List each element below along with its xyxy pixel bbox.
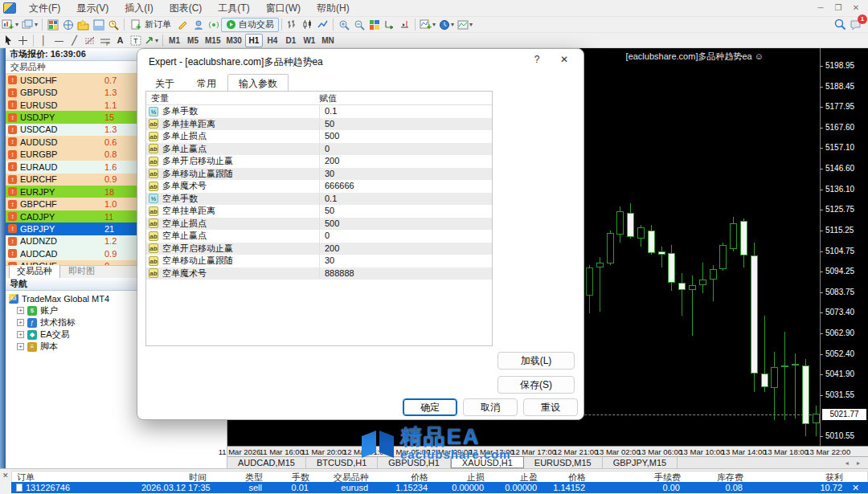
dialog-close-button[interactable]: ✕ (556, 54, 572, 65)
text-label-icon[interactable]: T (128, 33, 143, 47)
terminal-header-cell[interactable]: 止盈 (489, 472, 542, 482)
load-button[interactable]: 加载(L) (497, 352, 575, 369)
experts-icon[interactable] (190, 18, 206, 32)
notifications-icon[interactable]: 1 (848, 18, 863, 32)
terminal-header-cell[interactable]: 止损 (433, 472, 489, 482)
market-watch-icon[interactable] (45, 18, 60, 32)
expand-icon[interactable]: + (17, 307, 24, 314)
param-value[interactable]: 200 (319, 155, 492, 168)
menu-item[interactable]: 图表(C) (162, 0, 211, 17)
param-value[interactable]: 666666 (319, 180, 492, 193)
reset-button[interactable]: 重设 (523, 398, 578, 416)
terminal-header-cell[interactable]: 获利 (748, 472, 848, 482)
param-row[interactable]: ab空单挂单距离50 (146, 205, 492, 218)
chart-tab-XAUUSD-H1[interactable]: XAUUSD,H1 (451, 456, 524, 468)
bar-chart-icon[interactable] (285, 18, 300, 32)
menu-item[interactable]: 插入(I) (117, 0, 161, 17)
timeframe-button-m1[interactable]: M1 (166, 34, 183, 47)
param-value[interactable]: 500 (319, 130, 492, 143)
new-order-button[interactable]: +新订单 (127, 18, 175, 32)
timeframe-button-w1[interactable]: W1 (301, 34, 318, 47)
timeframe-button-m15[interactable]: M15 (203, 34, 223, 47)
param-value[interactable]: 50 (319, 118, 492, 131)
save-button[interactable]: 保存(S) (497, 376, 575, 394)
time-axis[interactable]: 11 Mar 202611 Mar 16:0011 Mar 20:0012 Ma… (227, 446, 868, 456)
param-row[interactable]: ab多单魔术号666666 (146, 180, 492, 193)
param-value[interactable]: 30 (319, 255, 492, 267)
terminal-header-cell[interactable]: 类型 (211, 472, 268, 482)
param-row[interactable]: ½空单手数0.1 (146, 193, 492, 206)
timeframe-button-m30[interactable]: M30 (223, 34, 244, 47)
price-axis[interactable]: 5021.77 5198.955188.455177.955167.605157… (820, 48, 868, 446)
param-value[interactable]: 888888 (319, 267, 492, 280)
horizontal-line-icon[interactable]: — (51, 33, 67, 47)
expand-icon[interactable]: + (17, 331, 24, 338)
param-row[interactable]: ab空单止损点500 (146, 218, 492, 231)
navigator-icon[interactable] (76, 18, 91, 32)
new-chart-icon[interactable]: +▾ (0, 18, 20, 32)
param-row[interactable]: ab多单挂单距离50 (146, 118, 492, 131)
terminal-header-cell[interactable]: 手数 (268, 472, 314, 482)
fibonacci-icon[interactable] (82, 33, 97, 47)
cancel-button[interactable]: 取消 (463, 398, 518, 416)
strategy-tester-icon[interactable] (106, 18, 121, 32)
cursor-icon[interactable] (0, 33, 15, 47)
market-watch-tab-即时图[interactable]: 即时图 (60, 263, 103, 278)
terminal-header-cell[interactable]: 交易品种 (314, 472, 374, 482)
ok-button[interactable]: 确定 (403, 398, 457, 416)
terminal-header-cell[interactable]: 时间 (137, 472, 211, 482)
param-row[interactable]: ab空单止赢点0 (146, 230, 492, 243)
restore-button[interactable]: ❐ (829, 2, 847, 14)
param-row[interactable]: ab空单开启移动止赢200 (146, 243, 492, 255)
periods-icon[interactable]: ▾ (437, 18, 456, 32)
param-row[interactable]: ab空单魔术号888888 (146, 267, 492, 280)
timeframe-button-m5[interactable]: M5 (184, 34, 202, 47)
profiles-icon[interactable]: ▾ (20, 18, 39, 32)
param-value[interactable]: 50 (319, 205, 492, 218)
timeframe-button-h1[interactable]: H1 (245, 34, 263, 47)
param-value[interactable]: 30 (319, 168, 492, 181)
terminal-order-row[interactable]: 1312267462026.03.12 17:35:55sell0.01euru… (11, 482, 868, 493)
param-row[interactable]: ab多单开启移动止赢200 (146, 155, 492, 168)
vertical-line-icon[interactable]: │ (36, 33, 51, 47)
param-row[interactable]: ab空单移动止赢跟随30 (146, 255, 492, 267)
timeframe-button-d1[interactable]: D1 (282, 34, 300, 47)
chart-tab-EURUSD-M15[interactable]: EURUSD,M15 (524, 457, 603, 469)
market-watch-tab-交易品种[interactable]: 交易品种 (9, 263, 60, 278)
expand-icon[interactable]: + (17, 343, 24, 350)
menu-item[interactable]: 显示(V) (68, 0, 117, 17)
tile-windows-icon[interactable] (366, 18, 382, 32)
dialog-help-button[interactable]: ? (529, 54, 545, 65)
zoom-out-icon[interactable] (351, 18, 366, 32)
terminal-header-cell[interactable]: 库存费 (686, 472, 748, 482)
arrows-icon[interactable]: ▾ (143, 33, 160, 47)
menu-item[interactable]: 工具(T) (210, 0, 257, 17)
data-window-icon[interactable] (60, 18, 76, 32)
templates-icon[interactable]: ▾ (456, 18, 474, 32)
param-row[interactable]: ab多单止损点500 (146, 130, 492, 143)
channel-icon[interactable]: F (97, 33, 113, 47)
param-value[interactable]: 0.1 (319, 105, 492, 118)
terminal-icon[interactable] (91, 18, 106, 32)
chart-tab-BTCUSD-H1[interactable]: BTCUSD,H1 (306, 457, 378, 469)
metaeditor-icon[interactable] (175, 18, 190, 32)
chart-shift-icon[interactable] (397, 18, 412, 32)
text-icon[interactable]: A (113, 33, 128, 47)
signals-icon[interactable] (206, 18, 221, 32)
indicators-icon[interactable]: +▾ (418, 18, 437, 32)
terminal-header-cell[interactable]: 手续费 (591, 472, 686, 482)
terminal-close-icon[interactable]: ✕ (2, 472, 9, 480)
dock-edge[interactable] (0, 48, 6, 468)
param-row[interactable]: ab多单移动止赢跟随30 (146, 168, 492, 181)
param-value[interactable]: 0.1 (319, 193, 492, 206)
menu-item[interactable]: 窗口(W) (258, 0, 309, 17)
terminal-header-cell[interactable]: 订单 (12, 472, 137, 482)
terminal-header-cell[interactable]: 价格 (542, 472, 591, 482)
param-value[interactable]: 500 (319, 218, 492, 231)
menu-item[interactable]: 文件(F) (21, 0, 68, 17)
param-value[interactable]: 0 (319, 230, 492, 243)
param-value[interactable]: 0 (319, 143, 492, 156)
param-value[interactable]: 200 (319, 243, 492, 255)
chart-tab-GBPJPY-M15[interactable]: GBPJPY,M15 (603, 457, 678, 469)
timeframe-button-mn[interactable]: MN (319, 34, 337, 47)
